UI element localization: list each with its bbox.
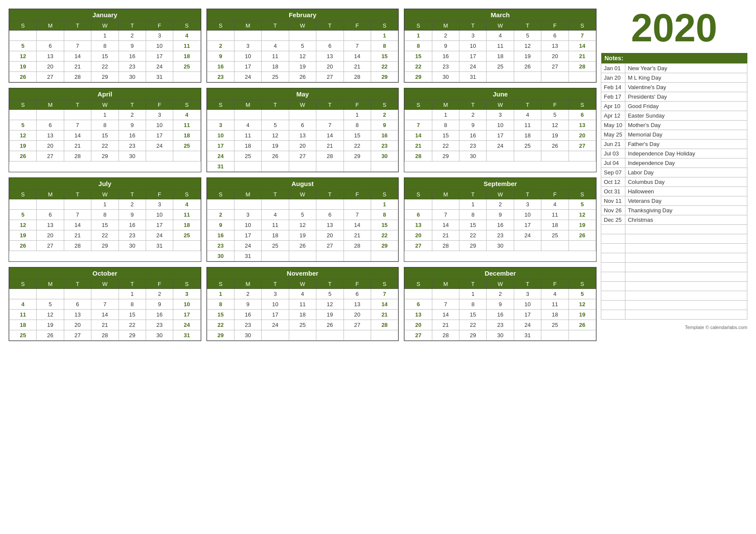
day-cell <box>262 251 289 261</box>
month-table: SMTWTFS 12345678910111213141516171819202… <box>404 279 596 341</box>
day-cell: 27 <box>289 151 316 161</box>
day-cell: 17 <box>207 141 234 151</box>
holiday-row: Feb 17Presidents' Day <box>601 92 747 102</box>
day-cell: 19 <box>569 310 596 320</box>
day-cell: 21 <box>569 51 596 62</box>
holiday-date: Oct 31 <box>601 187 625 196</box>
day-cell: 28 <box>64 151 91 161</box>
day-cell: 24 <box>234 72 262 82</box>
holiday-name: Independence Day Holiday <box>625 149 747 158</box>
day-cell: 31 <box>146 72 173 82</box>
day-cell: 5 <box>541 110 569 120</box>
day-header: F <box>344 190 371 199</box>
day-cell: 26 <box>37 330 64 341</box>
day-cell: 30 <box>234 330 262 341</box>
day-cell: 10 <box>514 299 541 310</box>
day-cell: 18 <box>514 130 541 141</box>
day-header: W <box>91 21 119 31</box>
day-cell: 21 <box>405 141 432 151</box>
day-header: T <box>119 279 146 289</box>
day-cell: 21 <box>344 62 371 72</box>
day-header: T <box>262 190 289 199</box>
day-cell: 21 <box>432 320 459 330</box>
day-header: S <box>569 190 596 199</box>
day-cell: 27 <box>405 241 432 251</box>
day-cell: 8 <box>91 41 119 51</box>
holiday-date: Jan 01 <box>601 64 625 73</box>
day-cell: 25 <box>262 72 289 82</box>
day-cell: 26 <box>316 320 344 330</box>
month-january: JanuarySMTWTFS 1234567891011121314151617… <box>9 9 201 83</box>
day-cell: 20 <box>405 320 432 330</box>
day-cell: 28 <box>344 72 371 82</box>
day-cell: 13 <box>541 41 569 51</box>
holiday-name: Presidents' Day <box>625 92 747 102</box>
day-cell <box>514 241 541 251</box>
empty-note-row <box>601 282 747 291</box>
day-cell: 13 <box>64 310 91 320</box>
day-cell: 1 <box>119 289 146 299</box>
day-cell: 25 <box>541 320 569 330</box>
day-header: M <box>432 21 459 31</box>
day-cell: 7 <box>91 299 119 310</box>
day-header: W <box>91 279 119 289</box>
day-header: T <box>119 21 146 31</box>
day-cell: 8 <box>432 120 459 130</box>
day-cell: 23 <box>207 241 234 251</box>
holiday-row: Oct 31Halloween <box>601 187 747 196</box>
day-cell: 21 <box>371 310 398 320</box>
day-cell: 25 <box>173 230 200 241</box>
day-header: F <box>541 100 569 110</box>
day-cell <box>541 151 569 161</box>
day-cell <box>9 199 37 210</box>
month-header: December <box>404 267 596 279</box>
day-header: T <box>316 279 344 289</box>
day-cell: 16 <box>487 310 514 320</box>
day-cell: 1 <box>91 199 119 210</box>
day-cell <box>487 151 514 161</box>
day-cell: 24 <box>146 62 173 72</box>
month-february: FebruarySMTWTFS 123456789101112131415161… <box>206 9 399 83</box>
day-cell: 23 <box>234 320 262 330</box>
day-cell: 9 <box>459 120 487 130</box>
holiday-row: Nov 26Thanksgiving Day <box>601 206 747 215</box>
day-cell: 18 <box>487 51 514 62</box>
day-cell: 23 <box>371 141 398 151</box>
day-cell: 15 <box>459 310 487 320</box>
day-cell: 26 <box>289 72 316 82</box>
day-cell <box>289 199 316 210</box>
holiday-name: M L King Day <box>625 73 747 83</box>
day-cell: 29 <box>459 330 487 341</box>
day-cell <box>432 289 459 299</box>
day-cell: 14 <box>316 130 344 141</box>
day-cell: 22 <box>432 141 459 151</box>
day-cell: 9 <box>432 41 459 51</box>
day-cell: 3 <box>234 41 262 51</box>
day-cell <box>316 110 344 120</box>
day-cell: 6 <box>37 120 64 130</box>
day-header: F <box>344 279 371 289</box>
day-cell: 28 <box>405 151 432 161</box>
day-cell: 15 <box>344 130 371 141</box>
day-cell: 10 <box>262 299 289 310</box>
day-cell <box>405 289 432 299</box>
day-cell <box>234 31 262 41</box>
day-cell <box>289 31 316 41</box>
day-cell: 17 <box>146 220 173 230</box>
day-cell: 8 <box>344 120 371 130</box>
day-cell: 22 <box>405 62 432 72</box>
day-cell: 20 <box>344 310 371 320</box>
holiday-name: Mother's Day <box>625 121 747 130</box>
day-cell: 24 <box>173 320 200 330</box>
calendars-grid: JanuarySMTWTFS 1234567891011121314151617… <box>9 9 597 341</box>
day-cell: 20 <box>37 62 64 72</box>
day-cell: 1 <box>405 31 432 41</box>
day-header: T <box>64 190 91 199</box>
day-cell: 13 <box>37 220 64 230</box>
holiday-name: Labor Day <box>625 168 747 177</box>
day-cell: 9 <box>371 120 398 130</box>
day-cell: 6 <box>37 210 64 220</box>
day-cell: 9 <box>487 210 514 220</box>
day-cell: 23 <box>207 72 234 82</box>
day-header: F <box>146 100 173 110</box>
